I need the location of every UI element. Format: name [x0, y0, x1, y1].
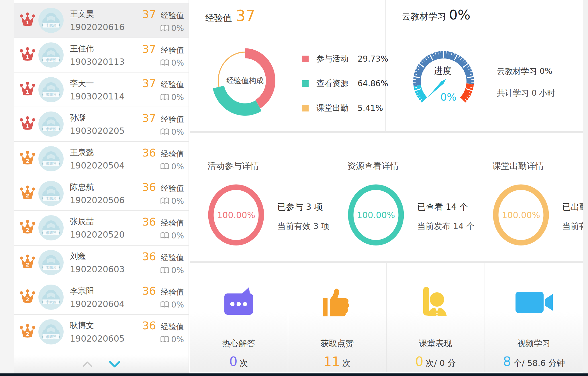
student-row[interactable]: 2 求靓照 李宗阳 1902020604 36 经验值 — [14, 280, 189, 315]
detail-line1: 已参与 3 项 — [277, 201, 330, 213]
svg-text:求靓照: 求靓照 — [46, 335, 56, 339]
detail-title: 活动参与详情 — [207, 160, 330, 172]
student-name: 李天一 — [70, 78, 142, 89]
exp-value: 37 — [142, 8, 156, 21]
legend-value: 5.41% — [358, 103, 383, 113]
page-down-icon[interactable] — [109, 361, 120, 368]
rank-crown-icon: 1 — [19, 12, 36, 28]
rank-crown-icon: 2 — [19, 254, 36, 271]
detail-title: 资源查看详情 — [347, 160, 475, 172]
exp-value: 36 — [142, 319, 156, 332]
gauge-value: 0% — [420, 91, 477, 103]
student-row[interactable]: 1 求靓照 王文昊 1902020616 37 经验值 — [14, 3, 189, 38]
legend-label: 课堂出勤 — [316, 103, 348, 113]
student-name: 耿博文 — [70, 320, 142, 331]
student-id: 1903020205 — [70, 126, 142, 136]
legend-item: 课堂出勤 5.41% — [302, 103, 388, 113]
detail-group: 资源查看详情 100.00% 已查看 14 个 当前发布 14 个 — [330, 133, 475, 261]
exp-label: 经验值 — [158, 115, 184, 124]
student-row[interactable]: 2 求靓照 刘鑫 1902020603 36 经验值 — [14, 246, 189, 280]
chat-bubble-icon — [221, 287, 256, 318]
student-id: 1902020603 — [70, 264, 142, 274]
student-row[interactable]: 2 求靓照 张辰喆 1902020520 36 经验值 — [14, 211, 189, 246]
legend-swatch — [302, 56, 309, 62]
gauge-svg — [401, 44, 487, 118]
svg-text:求靓照: 求靓照 — [46, 23, 56, 27]
legend-swatch — [302, 105, 309, 111]
svg-text:2: 2 — [26, 158, 30, 164]
book-icon — [160, 128, 169, 136]
svg-text:1: 1 — [26, 89, 30, 95]
exp-label: 经验值 — [158, 218, 184, 227]
student-row[interactable]: 2 求靓照 王泉懿 1902020504 36 经验值 — [14, 142, 189, 177]
avatar: 求靓照 — [38, 181, 64, 206]
avatar: 求靓照 — [38, 111, 64, 137]
student-row[interactable]: 1 求靓照 孙凝 1903020205 37 经验值 — [14, 107, 189, 142]
stat-label: 获取点赞 — [320, 338, 354, 349]
exp-value: 36 — [142, 216, 156, 228]
avatar: 求靓照 — [38, 146, 64, 171]
page-up-icon[interactable] — [83, 361, 92, 367]
stat-label: 视频学习 — [517, 338, 550, 349]
avatar: 求靓照 — [38, 8, 64, 33]
exp-value: 36 — [142, 181, 156, 193]
cloud-info-line1: 云教材学习 0% — [497, 66, 552, 77]
detail-title: 课堂出勤详情 — [492, 160, 588, 172]
exp-value: 36 — [142, 285, 156, 297]
scrollbar-track[interactable] — [583, 0, 588, 373]
experience-title: 经验值 — [205, 12, 232, 24]
exp-value: 36 — [142, 146, 156, 159]
svg-text:求靓照: 求靓照 — [46, 196, 56, 200]
experience-legend: 参与活动 29.73% 查看资源 64.86% 课堂出勤 5.41% — [302, 53, 388, 113]
student-name: 陈忠航 — [70, 182, 142, 193]
student-row[interactable]: 1 求靓照 李天一 1903020114 37 经验值 — [14, 73, 189, 107]
detail-group: 活动参与详情 100.00% 已参与 3 项 当前有效 3 项 — [190, 133, 330, 261]
stat-card: 视频学习 8 个/ 58.6 分钟 — [485, 263, 583, 372]
student-name: 李宗阳 — [70, 285, 142, 296]
stat-icon — [320, 285, 354, 319]
person-raising-hand-icon — [419, 286, 452, 318]
book-icon — [160, 301, 169, 309]
experience-panel: 经验值 37 经验值构成 参与活动 29.73% 查看资源 64.86% 课堂出… — [190, 0, 385, 131]
donut-center-label: 经验值构成 — [209, 42, 281, 119]
svg-text:求靓照: 求靓照 — [46, 127, 56, 131]
svg-text:2: 2 — [26, 262, 30, 268]
rank-crown-icon: 2 — [19, 289, 36, 305]
gauge-label: 进度 — [414, 65, 471, 77]
student-row[interactable]: 2 求靓照 陈忠航 1902020506 36 经验值 — [14, 176, 189, 211]
book-icon — [160, 267, 169, 274]
avatar: 求靓照 — [38, 285, 64, 310]
student-id: 1902020604 — [70, 299, 142, 309]
progress-gauge — [401, 44, 487, 118]
stat-icon — [221, 285, 256, 319]
book-percent: 0% — [171, 335, 184, 344]
rank-crown-icon: 1 — [19, 82, 36, 98]
svg-text:求靓照: 求靓照 — [46, 58, 56, 62]
student-row[interactable]: 1 求靓照 王佳伟 1903020113 37 经验值 — [14, 38, 189, 73]
svg-text:1: 1 — [26, 54, 30, 60]
stat-number: 11 — [324, 354, 340, 369]
student-list: 1 求靓照 王文昊 1902020616 37 经验值 — [14, 3, 189, 349]
exp-label: 经验值 — [158, 184, 184, 193]
progress-ring: 100.00% — [347, 183, 405, 246]
book-icon — [160, 24, 169, 32]
legend-label: 查看资源 — [316, 78, 348, 89]
student-name: 王佳伟 — [70, 43, 142, 54]
legend-value: 29.73% — [358, 54, 388, 64]
experience-value: 37 — [236, 7, 255, 24]
book-percent: 0% — [171, 93, 184, 102]
stat-icon — [514, 285, 554, 319]
cloud-title: 云教材学习 — [402, 11, 446, 23]
exp-value: 37 — [142, 43, 156, 55]
book-icon — [160, 336, 169, 343]
student-row[interactable]: 2 求靓照 耿博文 1902020605 36 经验值 — [14, 315, 189, 349]
legend-value: 64.86% — [358, 79, 388, 88]
exp-value: 37 — [142, 112, 156, 124]
svg-text:1: 1 — [26, 123, 30, 129]
video-camera-icon — [514, 288, 554, 316]
thumbs-up-icon — [320, 287, 354, 318]
stat-label: 课堂表现 — [419, 338, 452, 349]
avatar: 求靓照 — [38, 42, 64, 68]
svg-text:求靓照: 求靓照 — [46, 300, 56, 304]
book-percent: 0% — [171, 266, 184, 275]
